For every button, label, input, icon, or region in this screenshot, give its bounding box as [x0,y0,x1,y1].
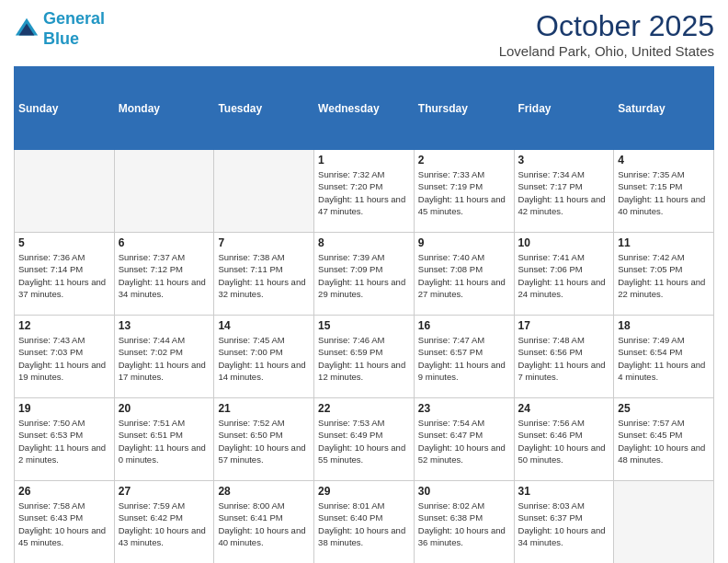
day-number: 17 [518,319,610,332]
day-info: Sunrise: 7:51 AM Sunset: 6:51 PM Dayligh… [119,417,210,465]
calendar-week-3: 19Sunrise: 7:50 AM Sunset: 6:53 PM Dayli… [15,398,714,481]
day-info: Sunrise: 7:59 AM Sunset: 6:42 PM Dayligh… [119,500,210,548]
calendar-cell: 30Sunrise: 8:02 AM Sunset: 6:38 PM Dayli… [414,481,514,564]
calendar-cell: 9Sunrise: 7:40 AM Sunset: 7:08 PM Daylig… [414,233,514,316]
calendar-cell: 6Sunrise: 7:37 AM Sunset: 7:12 PM Daylig… [114,233,214,316]
day-number: 3 [518,154,610,167]
calendar-cell: 31Sunrise: 8:03 AM Sunset: 6:37 PM Dayli… [514,481,614,564]
day-number: 16 [418,319,510,332]
calendar-cell [214,150,314,233]
calendar-cell: 18Sunrise: 7:49 AM Sunset: 6:54 PM Dayli… [614,316,714,398]
day-info: Sunrise: 7:39 AM Sunset: 7:09 PM Dayligh… [318,251,410,300]
day-info: Sunrise: 7:47 AM Sunset: 6:57 PM Dayligh… [418,334,510,383]
day-number: 4 [618,154,710,167]
calendar-cell: 7Sunrise: 7:38 AM Sunset: 7:11 PM Daylig… [214,233,314,316]
day-info: Sunrise: 7:57 AM Sunset: 6:45 PM Dayligh… [618,417,710,465]
day-number: 15 [318,319,410,332]
day-info: Sunrise: 7:45 AM Sunset: 7:00 PM Dayligh… [218,334,310,383]
day-info: Sunrise: 7:35 AM Sunset: 7:15 PM Dayligh… [618,168,710,217]
day-info: Sunrise: 7:42 AM Sunset: 7:05 PM Dayligh… [618,251,710,300]
day-header-thu: Thursday [414,67,514,150]
day-number: 28 [218,485,310,498]
day-info: Sunrise: 7:43 AM Sunset: 7:03 PM Dayligh… [18,334,110,383]
day-header-sun: Sunday [15,67,115,150]
day-info: Sunrise: 7:34 AM Sunset: 7:17 PM Dayligh… [518,168,610,217]
day-number: 9 [418,236,510,249]
calendar-cell: 24Sunrise: 7:56 AM Sunset: 6:46 PM Dayli… [514,398,614,481]
day-number: 26 [18,485,110,498]
day-info: Sunrise: 8:03 AM Sunset: 6:37 PM Dayligh… [518,500,610,548]
calendar-cell: 22Sunrise: 7:53 AM Sunset: 6:49 PM Dayli… [314,398,415,481]
logo-line1: General [43,9,105,28]
day-number: 13 [119,319,210,332]
calendar-cell: 26Sunrise: 7:58 AM Sunset: 6:43 PM Dayli… [15,481,115,564]
calendar-cell: 10Sunrise: 7:41 AM Sunset: 7:06 PM Dayli… [514,233,614,316]
day-info: Sunrise: 7:38 AM Sunset: 7:11 PM Dayligh… [218,251,310,300]
header: General Blue October 2025 Loveland Park,… [14,9,714,59]
calendar-cell: 15Sunrise: 7:46 AM Sunset: 6:59 PM Dayli… [314,316,415,398]
day-info: Sunrise: 7:48 AM Sunset: 6:56 PM Dayligh… [518,334,610,383]
day-info: Sunrise: 7:41 AM Sunset: 7:06 PM Dayligh… [518,251,610,300]
day-info: Sunrise: 7:56 AM Sunset: 6:46 PM Dayligh… [518,417,610,465]
calendar-cell: 27Sunrise: 7:59 AM Sunset: 6:42 PM Dayli… [114,481,214,564]
day-info: Sunrise: 7:50 AM Sunset: 6:53 PM Dayligh… [18,417,110,465]
calendar-cell: 23Sunrise: 7:54 AM Sunset: 6:47 PM Dayli… [414,398,514,481]
day-number: 25 [618,402,710,415]
day-number: 18 [618,319,710,332]
logo-line2: Blue [43,29,79,48]
day-info: Sunrise: 7:54 AM Sunset: 6:47 PM Dayligh… [418,417,510,465]
calendar-cell: 25Sunrise: 7:57 AM Sunset: 6:45 PM Dayli… [614,398,714,481]
calendar-week-0: 1Sunrise: 7:32 AM Sunset: 7:20 PM Daylig… [15,150,714,233]
calendar-week-4: 26Sunrise: 7:58 AM Sunset: 6:43 PM Dayli… [15,481,714,564]
day-number: 23 [418,402,510,415]
calendar-cell: 16Sunrise: 7:47 AM Sunset: 6:57 PM Dayli… [414,316,514,398]
day-info: Sunrise: 7:32 AM Sunset: 7:20 PM Dayligh… [318,168,410,217]
day-number: 19 [18,402,110,415]
calendar-cell: 14Sunrise: 7:45 AM Sunset: 7:00 PM Dayli… [214,316,314,398]
logo: General Blue [14,9,105,49]
calendar-cell: 17Sunrise: 7:48 AM Sunset: 6:56 PM Dayli… [514,316,614,398]
day-info: Sunrise: 8:00 AM Sunset: 6:41 PM Dayligh… [218,500,310,548]
day-number: 11 [618,236,710,249]
calendar-cell: 8Sunrise: 7:39 AM Sunset: 7:09 PM Daylig… [314,233,415,316]
calendar-cell: 29Sunrise: 8:01 AM Sunset: 6:40 PM Dayli… [314,481,415,564]
day-number: 10 [518,236,610,249]
calendar-cell: 11Sunrise: 7:42 AM Sunset: 7:05 PM Dayli… [614,233,714,316]
day-number: 31 [518,485,610,498]
calendar-cell: 21Sunrise: 7:52 AM Sunset: 6:50 PM Dayli… [214,398,314,481]
day-number: 14 [218,319,310,332]
day-number: 29 [318,485,410,498]
day-number: 24 [518,402,610,415]
calendar-week-1: 5Sunrise: 7:36 AM Sunset: 7:14 PM Daylig… [15,233,714,316]
calendar-cell [15,150,115,233]
day-info: Sunrise: 7:58 AM Sunset: 6:43 PM Dayligh… [18,500,110,548]
day-info: Sunrise: 7:44 AM Sunset: 7:02 PM Dayligh… [119,334,210,383]
calendar-cell: 28Sunrise: 8:00 AM Sunset: 6:41 PM Dayli… [214,481,314,564]
calendar-cell: 13Sunrise: 7:44 AM Sunset: 7:02 PM Dayli… [114,316,214,398]
calendar-table: Sunday Monday Tuesday Wednesday Thursday… [14,66,714,563]
day-header-fri: Friday [514,67,614,150]
day-header-mon: Monday [114,67,214,150]
day-info: Sunrise: 8:01 AM Sunset: 6:40 PM Dayligh… [318,500,410,548]
day-number: 20 [119,402,210,415]
day-number: 30 [418,485,510,498]
day-header-wed: Wednesday [314,67,415,150]
calendar-cell [614,481,714,564]
calendar-cell: 2Sunrise: 7:33 AM Sunset: 7:19 PM Daylig… [414,150,514,233]
month-title: October 2025 [499,9,714,43]
calendar-cell: 12Sunrise: 7:43 AM Sunset: 7:03 PM Dayli… [15,316,115,398]
calendar-cell: 5Sunrise: 7:36 AM Sunset: 7:14 PM Daylig… [15,233,115,316]
calendar-cell: 20Sunrise: 7:51 AM Sunset: 6:51 PM Dayli… [114,398,214,481]
calendar-cell: 4Sunrise: 7:35 AM Sunset: 7:15 PM Daylig… [614,150,714,233]
calendar-cell [114,150,214,233]
location: Loveland Park, Ohio, United States [499,43,714,59]
day-info: Sunrise: 7:46 AM Sunset: 6:59 PM Dayligh… [318,334,410,383]
day-info: Sunrise: 7:53 AM Sunset: 6:49 PM Dayligh… [318,417,410,465]
day-info: Sunrise: 7:37 AM Sunset: 7:12 PM Dayligh… [119,251,210,300]
day-info: Sunrise: 7:33 AM Sunset: 7:19 PM Dayligh… [418,168,510,217]
calendar-cell: 19Sunrise: 7:50 AM Sunset: 6:53 PM Dayli… [15,398,115,481]
calendar-cell: 3Sunrise: 7:34 AM Sunset: 7:17 PM Daylig… [514,150,614,233]
day-info: Sunrise: 7:36 AM Sunset: 7:14 PM Dayligh… [18,251,110,300]
day-info: Sunrise: 7:52 AM Sunset: 6:50 PM Dayligh… [218,417,310,465]
day-header-tue: Tuesday [214,67,314,150]
